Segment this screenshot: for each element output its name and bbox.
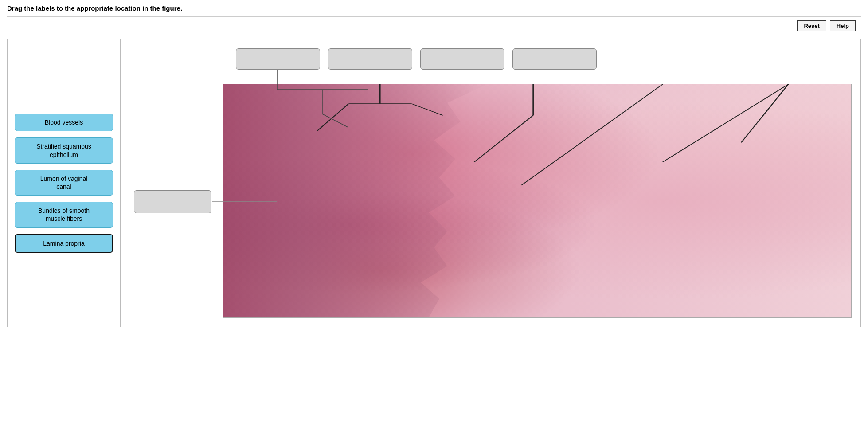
drop-zone-top-1[interactable] xyxy=(236,48,320,70)
epithelium-edge xyxy=(223,84,487,317)
label-smooth-muscle[interactable]: Bundles of smoothmuscle fibers xyxy=(15,202,113,227)
top-dropzones xyxy=(236,48,597,70)
histology-image-area xyxy=(223,84,852,318)
drop-zone-top-4[interactable] xyxy=(512,48,597,70)
main-container: Blood vessels Stratified squamousepithel… xyxy=(7,39,861,327)
label-blood-vessels[interactable]: Blood vessels xyxy=(15,114,113,131)
svg-line-7 xyxy=(663,84,788,162)
help-button[interactable]: Help xyxy=(830,20,856,31)
left-dropzone-wrapper xyxy=(134,190,211,213)
label-lumen-vaginal[interactable]: Lumen of vaginalcanal xyxy=(15,170,113,196)
drop-zone-left[interactable] xyxy=(134,190,211,213)
top-toolbar: Reset Help xyxy=(7,16,861,35)
svg-line-6 xyxy=(521,84,663,185)
svg-line-5 xyxy=(474,115,533,162)
drop-zone-top-2[interactable] xyxy=(328,48,412,70)
instruction-text: Drag the labels to the appropriate locat… xyxy=(7,4,861,12)
drop-zone-top-3[interactable] xyxy=(420,48,504,70)
diagram-area xyxy=(121,39,860,327)
svg-line-8 xyxy=(741,84,788,143)
histology-image xyxy=(223,84,851,317)
label-lamina-propria[interactable]: Lamina propria xyxy=(15,234,113,253)
reset-button[interactable]: Reset xyxy=(797,20,826,31)
labels-panel: Blood vessels Stratified squamousepithel… xyxy=(8,39,121,327)
label-stratified-squamous[interactable]: Stratified squamousepithelium xyxy=(15,137,113,163)
page-wrapper: Drag the labels to the appropriate locat… xyxy=(0,0,868,332)
